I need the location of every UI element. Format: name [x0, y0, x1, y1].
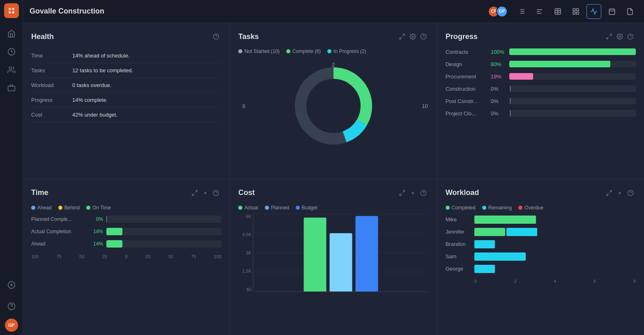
tasks-donut: 2 6 10 [238, 61, 428, 151]
time-legend-item: On Time [86, 205, 111, 211]
svg-line-58 [610, 190, 612, 193]
svg-point-55 [412, 192, 414, 194]
tasks-panel: Tasks Not Started (10)Complete (6)In Pro… [230, 23, 437, 179]
tasks-legend-item: In Progress (2) [327, 48, 366, 54]
tasks-legend: Not Started (10)Complete (6)In Progress … [238, 48, 428, 54]
tasks-legend-item: Complete (6) [286, 48, 321, 54]
workload-row: Sam [446, 252, 636, 261]
workload-settings-icon[interactable] [614, 188, 625, 198]
user-avatar[interactable]: GP [5, 319, 18, 332]
svg-rect-6 [8, 86, 15, 91]
health-row: Tasks12 tasks to be completed. [31, 63, 221, 78]
time-row: Planned Comple... 0% [31, 216, 221, 223]
sidebar-home[interactable] [4, 26, 19, 41]
svg-point-60 [619, 192, 621, 194]
tasks-help-icon[interactable] [418, 31, 429, 42]
tasks-legend-item: Not Started (10) [238, 48, 279, 54]
workload-panel: Workload CompletedRemainingOverdue Mike … [437, 179, 644, 335]
cost-legend: ActualPlannedBudget [238, 205, 428, 211]
time-settings-icon[interactable] [200, 188, 211, 198]
progress-row: Project Clo... 0% [446, 110, 636, 117]
grid-view-button[interactable] [568, 4, 583, 19]
donut-label-inprogress: 2 [332, 62, 335, 68]
svg-line-36 [400, 37, 402, 39]
progress-panel: Progress Contracts 100% Design 80% Procu… [437, 23, 644, 179]
header: Govalle Construction CP GP [23, 0, 644, 23]
list-view-button[interactable] [514, 4, 529, 19]
cost-chart: 6K4.5K3K1.5K$0 [238, 214, 428, 300]
progress-settings-icon[interactable] [614, 31, 625, 42]
table-view-button[interactable] [550, 4, 565, 19]
workload-row: Jennifer [446, 228, 636, 236]
time-expand-icon[interactable] [189, 188, 200, 198]
tasks-settings-icon[interactable] [407, 31, 418, 42]
workload-axis: 02468 [446, 277, 636, 284]
svg-line-35 [402, 34, 405, 36]
time-chart-rows: Planned Comple... 0% Actual Completion 1… [31, 216, 221, 248]
workload-title: Workload [446, 188, 479, 197]
svg-line-54 [400, 193, 402, 195]
health-help-icon[interactable] [211, 31, 221, 42]
progress-expand-icon[interactable] [604, 31, 614, 42]
cost-bar-budget [356, 216, 378, 291]
gantt-view-button[interactable] [532, 4, 547, 19]
svg-rect-0 [9, 8, 11, 10]
workload-rows: Mike Jennifer Brandon Sam George [446, 216, 636, 273]
cost-legend-item: Budget [296, 205, 317, 211]
sidebar-add[interactable] [4, 278, 19, 292]
progress-row: Construction 0% [446, 85, 636, 92]
cost-settings-icon[interactable] [407, 188, 418, 198]
svg-rect-28 [577, 12, 579, 14]
sidebar-people[interactable] [4, 62, 19, 77]
svg-line-49 [192, 193, 194, 195]
time-legend-item: Behind [58, 205, 80, 211]
page-title: Govalle Construction [30, 7, 104, 16]
dashboard-view-button[interactable] [586, 4, 601, 19]
svg-rect-29 [609, 9, 615, 15]
calendar-view-button[interactable] [605, 4, 619, 19]
progress-row: Design 80% [446, 61, 636, 67]
health-table: Time14% ahead of schedule.Tasks12 tasks … [31, 48, 221, 122]
sidebar-portfolio[interactable] [4, 80, 19, 95]
time-axis: 1007550250255075100 [31, 252, 221, 259]
time-help-icon[interactable] [211, 188, 221, 198]
completed-bar [474, 228, 505, 236]
health-panel: Health Time14% ahead of schedule.Tasks12… [23, 23, 230, 179]
avatar-gp[interactable]: GP [496, 6, 508, 17]
svg-point-37 [412, 36, 414, 37]
remaining-bar [474, 252, 526, 261]
cost-help-icon[interactable] [418, 188, 429, 198]
app-logo[interactable] [4, 3, 19, 18]
cost-panel: Cost ActualPlannedBudget 6 [230, 179, 437, 335]
sidebar-timeline[interactable] [4, 44, 19, 59]
time-legend: AheadBehindOn Time [31, 205, 221, 211]
svg-rect-25 [573, 9, 575, 11]
health-row: Cost42% under budget. [31, 108, 221, 122]
svg-rect-2 [9, 11, 11, 14]
svg-line-43 [610, 34, 612, 36]
cost-expand-icon[interactable] [397, 188, 407, 198]
workload-row: George [446, 265, 636, 273]
time-row: Ahead 14% [31, 240, 221, 248]
dashboard: Health Time14% ahead of schedule.Tasks12… [23, 23, 644, 335]
sidebar-help[interactable] [4, 299, 19, 314]
health-row: Workload0 tasks overdue. [31, 78, 221, 93]
document-view-button[interactable] [623, 4, 637, 19]
svg-rect-26 [577, 9, 579, 11]
svg-point-50 [205, 192, 206, 194]
svg-rect-3 [12, 11, 14, 14]
svg-rect-27 [573, 12, 575, 14]
time-title: Time [31, 188, 48, 197]
progress-help-icon[interactable] [625, 31, 636, 42]
legend-dot [238, 49, 242, 53]
progress-row: Contracts 100% [446, 48, 636, 55]
remaining-bar [474, 265, 495, 273]
workload-help-icon[interactable] [625, 188, 636, 198]
workload-legend: CompletedRemainingOverdue [446, 205, 636, 211]
donut-label-complete: 6 [242, 103, 245, 109]
workload-expand-icon[interactable] [604, 188, 614, 198]
tasks-expand-icon[interactable] [397, 31, 407, 42]
svg-line-59 [607, 193, 609, 195]
time-panel: Time AheadBehindOn Time Planned Comple..… [23, 179, 230, 335]
svg-line-48 [196, 190, 198, 193]
